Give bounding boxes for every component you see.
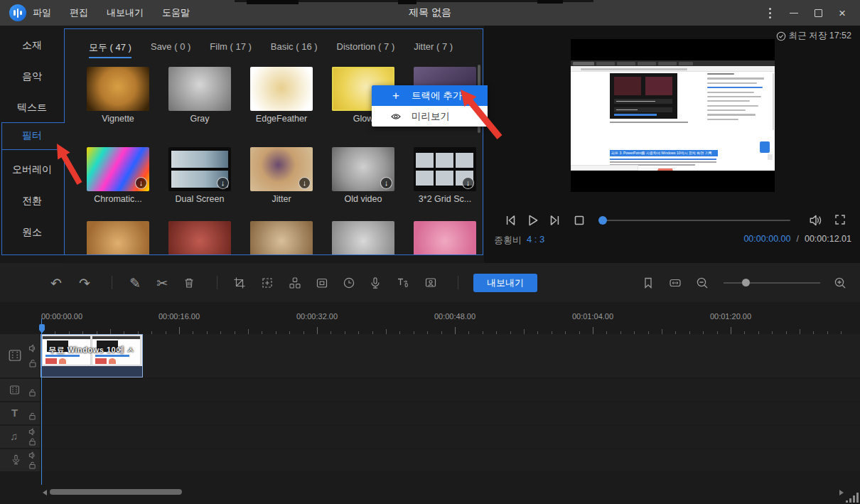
aspect-ratio-value[interactable]: 4 : 3 — [527, 234, 544, 245]
undo-button[interactable]: ↶ — [48, 275, 64, 291]
seek-bar[interactable] — [603, 220, 790, 221]
window-resize-grip[interactable] — [846, 491, 859, 503]
track-mute-icon[interactable] — [28, 428, 36, 436]
close-icon: × — [839, 7, 846, 19]
maximize-button[interactable] — [806, 0, 830, 26]
download-icon[interactable]: ↓ — [217, 177, 229, 189]
filter-thumb-row3[interactable] — [87, 221, 149, 255]
timeline-zoom-out-button[interactable] — [694, 275, 710, 291]
download-icon[interactable]: ↓ — [462, 177, 474, 189]
download-icon[interactable]: ↓ — [299, 177, 311, 189]
track-lane[interactable] — [41, 379, 860, 401]
text-to-speech-button[interactable] — [395, 275, 411, 291]
freeze-frame-button[interactable] — [287, 275, 303, 291]
track-mute-icon[interactable] — [28, 451, 36, 459]
timeline-zoom-in-button[interactable] — [832, 275, 848, 291]
webpage-highlighted-heading: 파트 3. PowerPoint를 사용하여 Windows 10에서 전체 화… — [610, 150, 718, 156]
track-lock-icon[interactable] — [28, 412, 36, 420]
marker-button[interactable] — [640, 275, 656, 291]
export-button[interactable]: 내보내기 — [473, 274, 537, 292]
sidebar-item-material[interactable]: 소재 — [0, 35, 64, 56]
track-lock-icon[interactable] — [28, 359, 37, 368]
tab-distortion[interactable]: Distortion ( 7 ) — [337, 41, 395, 58]
filter-thumb-edgefeather[interactable] — [250, 67, 313, 111]
track-lane[interactable] — [41, 402, 860, 424]
sidebar-item-filter[interactable]: 필터 — [0, 125, 64, 146]
filter-thumb-dualscreen[interactable]: ↓ — [168, 147, 231, 191]
sidebar-item-transition[interactable]: 전환 — [0, 191, 64, 212]
menu-export[interactable]: 내보내기 — [107, 6, 144, 19]
redo-button[interactable]: ↷ — [77, 275, 92, 291]
hscroll-right-arrow[interactable] — [839, 490, 844, 495]
tab-save[interactable]: Save ( 0 ) — [151, 41, 190, 58]
menu-help[interactable]: 도움말 — [162, 6, 190, 19]
more-options-button[interactable] — [758, 0, 782, 26]
download-icon[interactable]: ↓ — [380, 177, 392, 189]
track-lane[interactable] — [41, 334, 860, 377]
filter-thumb-row3[interactable] — [332, 221, 394, 255]
tab-film[interactable]: Film ( 17 ) — [210, 41, 252, 58]
minimize-button[interactable] — [782, 0, 806, 26]
zoom-frame-button[interactable] — [259, 275, 275, 291]
tab-jitter[interactable]: Jitter ( 7 ) — [414, 41, 453, 58]
timeline-ruler[interactable]: 00:00:00.00 00:00:16.00 00:00:32.00 00:0… — [0, 308, 860, 335]
context-menu-item-label: 미리보기 — [412, 110, 450, 123]
download-icon[interactable]: ↓ — [135, 177, 147, 189]
play-button[interactable] — [525, 213, 540, 228]
sidebar-item-overlay[interactable]: 오버레이 — [0, 159, 64, 181]
fit-timeline-button[interactable] — [667, 275, 683, 291]
context-menu-add-to-track[interactable]: + 트랙에 추가 — [372, 85, 488, 106]
context-menu-preview[interactable]: 미리보기 — [372, 106, 488, 127]
seek-handle[interactable] — [598, 216, 607, 225]
tab-basic[interactable]: Basic ( 16 ) — [271, 41, 318, 58]
filter-thumb-gray[interactable] — [168, 67, 231, 111]
timeline-clip[interactable]: 무료 Windows 10에 ㅅ — [41, 335, 142, 377]
edit-pencil-button[interactable]: ✎ — [127, 275, 143, 291]
filter-thumb-row3[interactable] — [168, 221, 231, 255]
track-lock-icon[interactable] — [28, 438, 36, 446]
track-lock-icon[interactable] — [28, 389, 36, 397]
filter-label: Gray — [168, 114, 231, 124]
edit-toolbar: ↶ ↷ ✎ ✂ 내보내기 — [0, 263, 860, 302]
delete-trash-button[interactable] — [181, 275, 197, 291]
timeline-zoom-handle[interactable] — [742, 279, 750, 286]
track-lane[interactable] — [41, 449, 860, 471]
sidebar-item-element[interactable]: 원소 — [0, 222, 64, 243]
voiceover-mic-button[interactable] — [367, 275, 383, 291]
menu-edit[interactable]: 편집 — [70, 6, 88, 19]
fullscreen-icon[interactable] — [833, 213, 849, 228]
track-lock-icon[interactable] — [28, 461, 36, 469]
timeline-zoom-slider[interactable] — [724, 282, 820, 284]
filter-thumb-vignette[interactable] — [87, 67, 149, 111]
voiceover-track — [0, 449, 860, 471]
volume-icon[interactable] — [808, 213, 824, 228]
filter-thumb-row3[interactable] — [250, 221, 313, 255]
filter-thumb-chromatic[interactable]: ↓ — [87, 147, 149, 191]
hscroll-left-arrow[interactable] — [43, 490, 47, 495]
filter-thumb-jitter[interactable]: ↓ — [250, 147, 313, 191]
sidebar-item-text[interactable]: 텍스트 — [0, 97, 64, 119]
next-frame-button[interactable] — [547, 213, 563, 228]
mosaic-button[interactable] — [314, 275, 330, 291]
filter-panel: 모두 ( 47 ) Save ( 0 ) Film ( 17 ) Basic (… — [64, 28, 483, 255]
sidebar-item-music[interactable]: 음악 — [0, 66, 64, 87]
duration-clock-button[interactable] — [341, 275, 357, 291]
split-scissors-button[interactable]: ✂ — [154, 275, 170, 291]
panel-border — [1, 254, 64, 255]
teleprompter-button[interactable] — [423, 275, 439, 291]
crop-button[interactable] — [232, 275, 247, 291]
tab-all[interactable]: 모두 ( 47 ) — [89, 41, 131, 58]
track-lane[interactable] — [41, 426, 860, 448]
playhead-line[interactable] — [41, 318, 42, 485]
filter-thumb-oldvideo[interactable]: ↓ — [332, 147, 394, 191]
saved-check-icon — [776, 31, 786, 41]
previous-frame-button[interactable] — [502, 213, 518, 228]
track-mute-icon[interactable] — [28, 344, 37, 353]
film-track-icon — [7, 348, 23, 363]
hscroll-thumb[interactable] — [50, 489, 182, 495]
filter-thumb-grid[interactable]: ↓ — [414, 147, 476, 191]
menu-file[interactable]: 파일 — [33, 6, 51, 19]
filter-thumb-row3[interactable] — [414, 221, 476, 255]
stop-button[interactable] — [571, 213, 587, 228]
close-button[interactable]: × — [830, 0, 854, 26]
